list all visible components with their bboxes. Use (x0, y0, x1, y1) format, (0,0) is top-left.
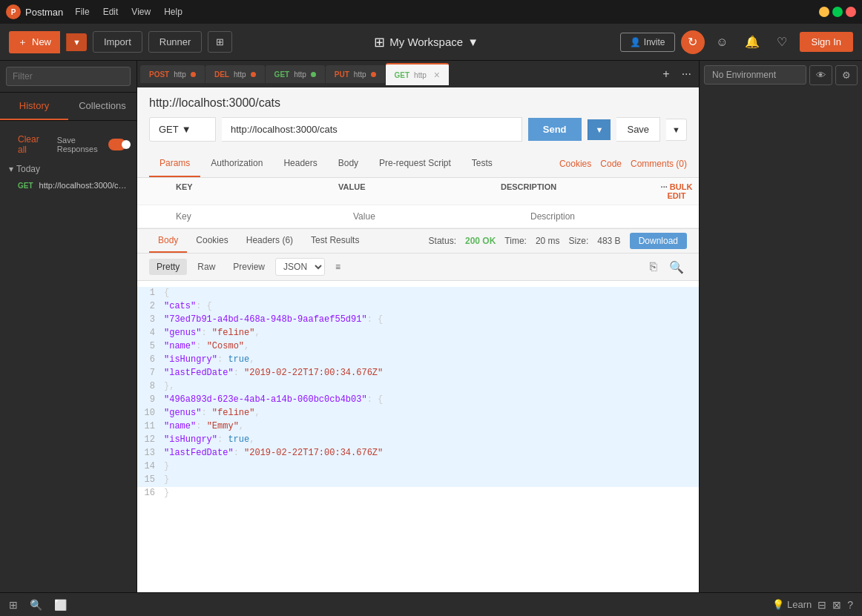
save-responses-toggle[interactable] (108, 139, 126, 150)
sync-icon: ↻ (688, 35, 697, 49)
status-layout-button[interactable]: ⊞ (9, 599, 18, 611)
import-button[interactable]: Import (93, 31, 142, 53)
line-number: 7 (137, 368, 164, 380)
sidebar-tab-collections[interactable]: Collections (68, 93, 136, 120)
runner-button[interactable]: Runner (148, 31, 203, 53)
bell-icon: 🔔 (745, 35, 760, 49)
user-profile-button[interactable]: ☺ (711, 30, 734, 54)
response-tab-cookies[interactable]: Cookies (187, 229, 237, 253)
tab-get-http-active[interactable]: GET http × (386, 63, 449, 85)
menu-file[interactable]: File (69, 5, 95, 19)
params-table-area: KEY VALUE DESCRIPTION ··· Bulk Edit (137, 178, 699, 228)
tab-method-label: DEL (214, 70, 229, 79)
notification-bell-button[interactable]: 🔔 (740, 30, 764, 54)
minimize-button[interactable] (819, 7, 829, 17)
subtab-headers[interactable]: Headers (273, 150, 327, 177)
tab-post-http[interactable]: POST http (140, 65, 205, 83)
status-search-button[interactable]: 🔍 (30, 599, 42, 611)
response-tab-test-results[interactable]: Test Results (302, 229, 368, 253)
send-dropdown-button[interactable]: ▼ (588, 119, 611, 140)
help-button[interactable]: ? (847, 599, 853, 611)
params-description-input[interactable] (522, 205, 699, 228)
save-dropdown-button[interactable]: ▼ (666, 119, 687, 141)
invite-button[interactable]: 👤 Invite (620, 33, 675, 52)
env-settings-button[interactable]: ⚙ (835, 65, 858, 85)
more-tabs-button[interactable]: ··· (677, 66, 696, 82)
search-input[interactable] (6, 67, 131, 86)
size-value: 483 B (597, 236, 620, 246)
json-line-13: 13 "lastFedDate": "2019-02-22T17:00:34.6… (137, 447, 699, 460)
line-number: 10 (137, 408, 164, 420)
statusbar-right: 💡 Learn ⊟ ⊠ ? (772, 599, 853, 611)
params-key-input[interactable] (167, 205, 344, 228)
tab-close-icon[interactable]: × (434, 69, 440, 81)
line-number: 8 (137, 381, 164, 393)
status-label: Status: (429, 236, 456, 246)
subtab-authorization[interactable]: Authorization (200, 150, 273, 177)
response-tab-headers[interactable]: Headers (6) (237, 229, 302, 253)
tab-del-http[interactable]: DEL http (205, 65, 265, 83)
layout-button[interactable]: ⊞ (208, 31, 232, 53)
learn-button[interactable]: 💡 Learn (772, 599, 812, 610)
workspace-button[interactable]: ⊞ My Workspace ▼ (374, 34, 478, 50)
new-button-arrow[interactable]: ▼ (66, 33, 87, 51)
sidebar-tab-history[interactable]: History (0, 93, 68, 120)
status-console-button[interactable]: ⬜ (54, 599, 67, 611)
tab-protocol: http (294, 70, 306, 79)
history-item[interactable]: GET http://localhost:3000/cats (0, 177, 136, 193)
tab-get-http-1[interactable]: GET http (266, 65, 325, 83)
clear-all-button[interactable]: Clear all (9, 131, 48, 158)
tab-dot (311, 72, 316, 77)
subtab-body[interactable]: Body (328, 150, 369, 177)
format-raw-button[interactable]: Raw (190, 259, 223, 275)
download-button[interactable]: Download (630, 233, 687, 249)
titlebar-menu: File Edit View Help (69, 5, 188, 19)
save-button[interactable]: Save (616, 117, 660, 142)
menu-edit[interactable]: Edit (97, 5, 125, 19)
tabs-bar: POST http DEL http GET http PUT http GET (137, 61, 699, 87)
new-button[interactable]: ＋ New (9, 31, 60, 53)
code-link[interactable]: Code (600, 159, 622, 169)
format-pretty-button[interactable]: Pretty (149, 259, 187, 275)
env-preview-button[interactable]: 👁 (809, 65, 832, 85)
workspace-label: My Workspace (389, 36, 463, 48)
tab-dot (251, 72, 256, 77)
signin-button[interactable]: Sign In (800, 32, 853, 52)
response-tab-body[interactable]: Body (149, 229, 187, 253)
tab-put-http[interactable]: PUT http (326, 65, 385, 83)
url-input[interactable] (222, 117, 522, 142)
json-line-8: 8 }, (137, 380, 699, 394)
maximize-button[interactable] (832, 7, 843, 17)
copy-button[interactable]: ⎘ (647, 259, 660, 276)
params-value-input[interactable] (344, 205, 522, 228)
subtab-params[interactable]: Params (149, 150, 200, 177)
params-more-icon[interactable]: ··· (661, 182, 668, 191)
format-type-select[interactable]: JSON (275, 258, 325, 276)
chevron-down-icon: ▾ (9, 164, 13, 174)
menu-help[interactable]: Help (158, 5, 188, 19)
send-button[interactable]: Send (528, 118, 582, 141)
line-content: "name": "Emmy", (164, 421, 699, 433)
method-label: GET (159, 124, 179, 135)
sync-button[interactable]: ↻ (681, 30, 705, 54)
subtab-prerequest[interactable]: Pre-request Script (369, 150, 461, 177)
line-content: "genus": "feline", (164, 328, 699, 340)
add-tab-button[interactable]: + (658, 66, 674, 82)
search-in-response-button[interactable]: 🔍 (666, 259, 687, 276)
split-view-button[interactable]: ⊟ (817, 599, 826, 611)
cookies-link[interactable]: Cookies (559, 159, 591, 169)
comments-link[interactable]: Comments (0) (631, 159, 687, 169)
heart-button[interactable]: ♡ (770, 30, 794, 54)
menu-view[interactable]: View (125, 5, 157, 19)
close-button[interactable] (846, 7, 856, 17)
json-line-7: 7 "lastFedDate": "2019-02-22T17:00:34.67… (137, 367, 699, 380)
bulk-edit-button[interactable]: Bulk Edit (667, 182, 692, 200)
layout2-button[interactable]: ⊠ (832, 599, 841, 611)
method-select[interactable]: GET ▼ (149, 117, 216, 142)
save-responses-toggle-area: Save Responses (48, 133, 135, 156)
subtab-tests[interactable]: Tests (461, 150, 503, 177)
sort-icon-button[interactable]: ≡ (328, 259, 348, 275)
request-subtabs: Params Authorization Headers Body Pre-re… (137, 150, 699, 178)
format-preview-button[interactable]: Preview (226, 259, 272, 275)
environment-select[interactable]: No Environment (704, 65, 806, 85)
